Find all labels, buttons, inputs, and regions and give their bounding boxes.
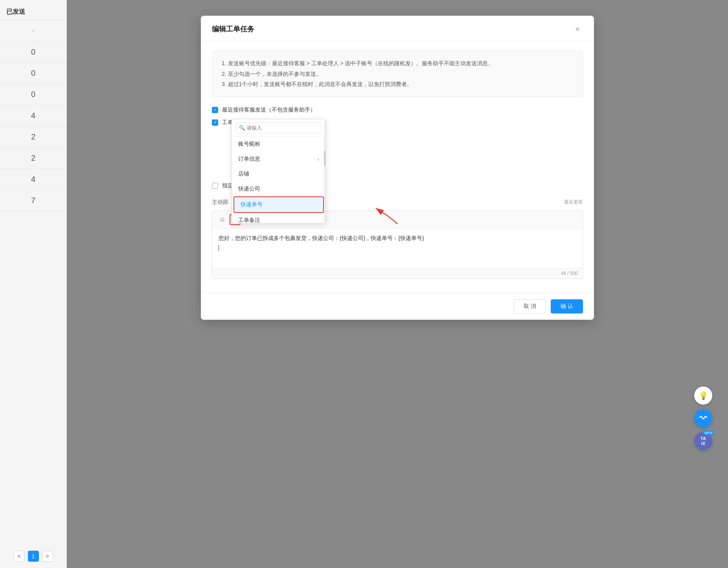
modal-title: 编辑工单任务: [212, 24, 254, 34]
search-icon: 🔍: [239, 125, 245, 131]
lightbulb-icon: 💡: [699, 391, 708, 400]
modal-body: 1. 发送账号优先级：最近接待客服 > 工单处理人 > 选中子账号（在线的随机发…: [201, 41, 594, 288]
checkbox-3[interactable]: [212, 183, 218, 189]
sidebar-item-6[interactable]: 2: [0, 148, 66, 169]
close-button[interactable]: ×: [572, 24, 583, 35]
new-badge: NEW: [703, 431, 714, 435]
modal-footer: 取 消 确 认: [201, 293, 594, 320]
ai-button[interactable]: TAiX NEW: [694, 432, 712, 450]
sidebar-item-5[interactable]: 2: [0, 126, 66, 148]
dropdown-item-order[interactable]: 订单信息 ›: [232, 152, 325, 167]
message-cursor: [219, 245, 219, 251]
section-main-label: 主动跟: [212, 199, 228, 206]
light-bulb-button[interactable]: 💡: [694, 387, 712, 405]
sidebar-header: 已发送: [0, 0, 66, 20]
emoji-button[interactable]: ☺: [217, 214, 228, 225]
checkbox-1[interactable]: ✓: [212, 107, 218, 113]
checkbox-row-2[interactable]: ✓ 工单 🔍 账号昵称: [212, 119, 583, 126]
modal-overlay: 编辑工单任务 × 1. 发送账号优先级：最近接待客服 > 工单处理人 > 选中子…: [67, 0, 728, 568]
scroll-thumb[interactable]: [324, 150, 325, 166]
dropdown-item-note[interactable]: 工单备注: [232, 213, 325, 223]
wave-button[interactable]: [694, 409, 712, 427]
sidebar-item-0[interactable]: -: [0, 20, 66, 42]
prev-page-button[interactable]: <: [14, 551, 25, 562]
current-page-button[interactable]: 1: [28, 551, 39, 562]
sidebar-item-8[interactable]: 7: [0, 190, 66, 211]
ai-label: TAiX: [700, 436, 706, 446]
info-line2: 2. 至少勾选一个，未选择的不参与发送。: [222, 69, 573, 79]
float-buttons: 💡 TAiX NEW: [694, 387, 712, 450]
sidebar-pagination: < 1 >: [0, 544, 66, 568]
next-page-button[interactable]: >: [42, 551, 53, 562]
section-update-label: 最近更新: [564, 199, 583, 205]
search-wrapper: 🔍: [236, 123, 322, 133]
wave-icon: [699, 413, 708, 424]
dropdown-menu: 🔍 账号昵称 订单信息 ›: [232, 119, 326, 224]
chevron-right-icon: ›: [317, 156, 319, 162]
info-box: 1. 发送账号优先级：最近接待客服 > 工单处理人 > 选中子账号（在线的随机发…: [212, 51, 583, 97]
dropdown-item-store[interactable]: 店铺: [232, 167, 325, 181]
dropdown-item-tracking[interactable]: 快递单号: [233, 196, 324, 213]
sidebar-item-2[interactable]: 0: [0, 63, 66, 84]
dropdown-scroll[interactable]: 账号昵称 订单信息 › 店铺 快递公司: [232, 137, 325, 223]
message-content[interactable]: 您好，您的订单已拆成多个包裹发货，快递公司：{快递公司}，快递单号：{快递单号}: [212, 229, 583, 268]
message-counter: 44 / 500: [212, 268, 583, 279]
dropdown-item-courier[interactable]: 快递公司: [232, 181, 325, 196]
modal-header: 编辑工单任务 ×: [201, 16, 594, 41]
message-text: 您好，您的订单已拆成多个包裹发货，快递公司：{快递公司}，快递单号：{快递单号}: [219, 235, 424, 241]
sidebar-item-3[interactable]: 0: [0, 84, 66, 105]
emoji-icon: ☺: [219, 216, 226, 223]
dropdown-search-area: 🔍: [232, 119, 325, 137]
dropdown-item-tracking-wrapper: 快递单号: [232, 196, 325, 213]
checkbox-1-label: 最近接待客服发送（不包含服务助手）: [222, 106, 316, 114]
cancel-button[interactable]: 取 消: [514, 299, 546, 313]
checkbox-row-1[interactable]: ✓ 最近接待客服发送（不包含服务助手）: [212, 106, 583, 114]
sidebar: 已发送 - 0 0 0 4 2 2 4 7 < 1 >: [0, 0, 67, 568]
checkbox-2[interactable]: ✓: [212, 119, 218, 126]
sidebar-item-1[interactable]: 0: [0, 42, 66, 63]
info-line1: 1. 发送账号优先级：最近接待客服 > 工单处理人 > 选中子账号（在线的随机发…: [222, 58, 573, 69]
scroll-track: [324, 119, 325, 223]
dropdown-item-nickname[interactable]: 账号昵称: [232, 137, 325, 152]
info-line3: 3. 超过1个小时，发送账号都不在线时，此消息不会再发送，以免打扰消费者。: [222, 79, 573, 90]
sidebar-item-4[interactable]: 4: [0, 105, 66, 126]
dropdown-search-input[interactable]: [236, 123, 322, 133]
sidebar-item-7[interactable]: 4: [0, 169, 66, 190]
modal: 编辑工单任务 × 1. 发送账号优先级：最近接待客服 > 工单处理人 > 选中子…: [201, 16, 594, 320]
confirm-button[interactable]: 确 认: [551, 299, 583, 313]
